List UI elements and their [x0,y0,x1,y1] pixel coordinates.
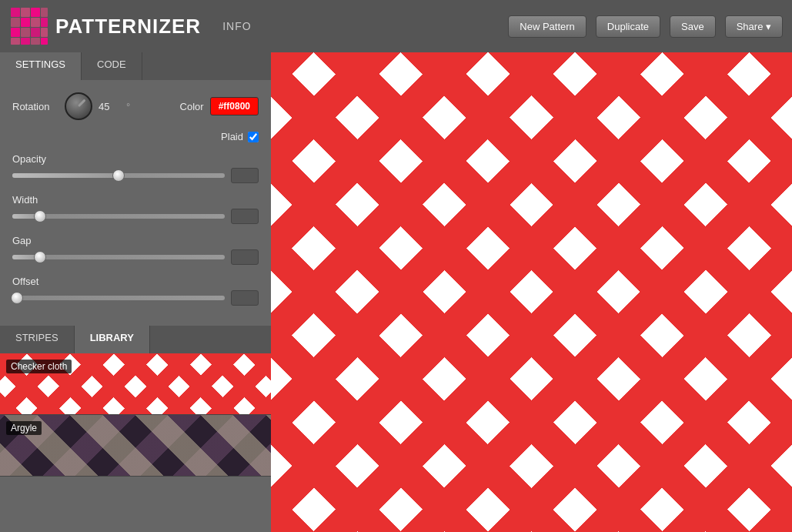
width-value[interactable]: 45 [231,209,259,224]
plaid-row: Plaid [12,131,259,142]
tab-settings[interactable]: SETTINGS [0,52,82,80]
gap-thumb[interactable] [34,251,46,263]
logo-text: PATTERNIZER [55,15,201,38]
rotation-knob[interactable] [65,92,92,120]
gap-track[interactable] [12,255,225,259]
svg-rect-6 [21,18,30,27]
width-label: Width [12,194,259,206]
argyle-label: Argyle [6,421,42,435]
bottom-tabs: STRIPES LIBRARY [0,326,271,353]
svg-rect-9 [11,28,20,37]
offset-row: Offset 0 [12,276,259,306]
svg-rect-5 [11,18,20,27]
pattern-canvas [271,52,792,532]
opacity-value[interactable]: 50 [231,168,259,183]
offset-track[interactable] [12,296,225,300]
svg-rect-8 [41,18,48,27]
logo-icon [9,6,49,46]
settings-tabs: SETTINGS CODE [0,52,271,80]
svg-rect-10 [21,28,30,37]
width-slider-container: 45 [12,209,259,224]
rotation-value: 45 [99,101,120,112]
save-button[interactable]: Save [670,15,716,38]
gap-slider-container: 45 [12,249,259,265]
offset-value[interactable]: 0 [231,290,259,306]
svg-rect-3 [31,8,40,17]
width-thumb[interactable] [34,210,46,223]
color-swatch[interactable]: #ff0800 [210,97,259,115]
width-track[interactable] [12,214,225,219]
svg-rect-14 [21,38,30,45]
svg-rect-16 [41,38,48,45]
plaid-checkbox[interactable] [248,132,259,142]
gap-value[interactable]: 45 [231,249,259,265]
opacity-track[interactable] [12,173,225,178]
opacity-slider-container: 50 [12,168,259,183]
pattern-preview [271,52,792,532]
left-panel: SETTINGS CODE Rotation 45 ° Color #ff080… [0,52,271,532]
opacity-fill [12,173,119,178]
main-layout: SETTINGS CODE Rotation 45 ° Color #ff080… [0,52,792,532]
rotation-label: Rotation [12,101,58,112]
opacity-row: Opacity 50 [12,153,259,183]
checker-cloth-label: Checker cloth [6,360,72,373]
settings-panel: Rotation 45 ° Color #ff0800 Plaid Opacit… [0,80,271,326]
svg-rect-4 [41,8,48,17]
tab-library[interactable]: LIBRARY [75,326,150,353]
degree-symbol: ° [126,101,130,112]
plaid-label: Plaid [221,131,243,142]
gap-row: Gap 45 [12,235,259,265]
new-pattern-button[interactable]: New Pattern [508,15,586,38]
svg-rect-7 [31,18,40,27]
rotation-color-row: Rotation 45 ° Color #ff0800 [12,92,259,120]
list-item[interactable]: Argyle [0,415,271,477]
svg-rect-1 [11,8,20,17]
svg-rect-11 [31,28,40,37]
svg-rect-2 [21,8,30,17]
tab-code[interactable]: CODE [82,52,142,80]
width-row: Width 45 [12,194,259,224]
svg-rect-12 [41,28,48,37]
color-label: Color [180,101,204,112]
offset-slider-container: 0 [12,290,259,306]
logo-area: PATTERNIZER [9,6,201,46]
share-button[interactable]: Share ▾ [725,15,783,38]
offset-label: Offset [12,276,259,287]
opacity-label: Opacity [12,153,259,165]
duplicate-button[interactable]: Duplicate [596,15,660,38]
svg-rect-15 [31,38,40,45]
list-item[interactable]: Checker cloth [0,353,271,415]
opacity-thumb[interactable] [112,169,125,182]
library-panel: Checker cloth Argyle [0,353,271,532]
svg-rect-13 [11,38,20,45]
offset-thumb[interactable] [11,292,23,304]
gap-label: Gap [12,235,259,246]
info-link[interactable]: INFO [222,20,251,32]
tab-stripes[interactable]: STRIPES [0,326,75,353]
header: PATTERNIZER INFO New Pattern Duplicate S… [0,0,792,52]
